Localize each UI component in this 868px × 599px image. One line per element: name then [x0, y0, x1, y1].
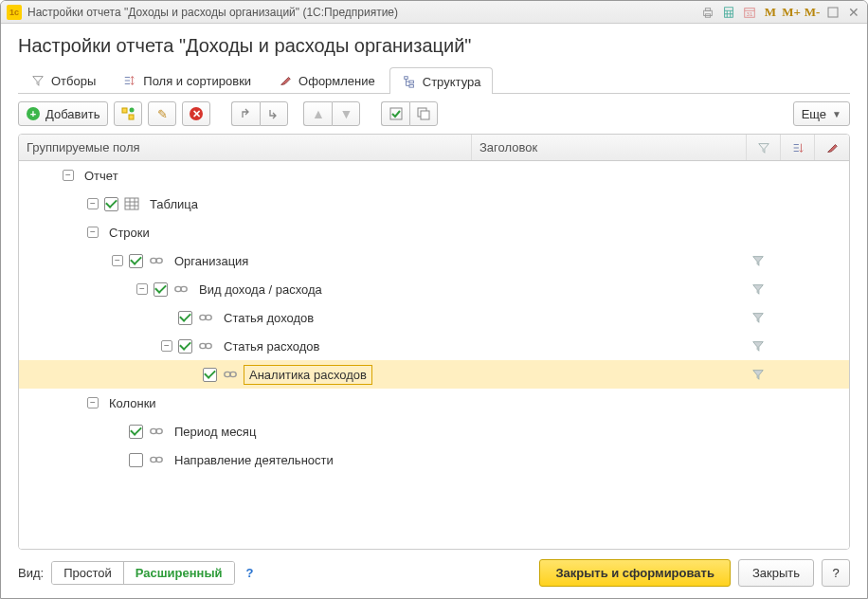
move-up-button[interactable]: ▲: [303, 101, 332, 126]
tree-row-table[interactable]: −Таблица: [19, 190, 849, 218]
brush-icon: [825, 141, 839, 154]
tab-structure[interactable]: Структура: [389, 67, 494, 94]
row-filter-cell[interactable]: [741, 339, 775, 353]
table-header: Группируемые поля Заголовок: [19, 135, 849, 161]
print-icon[interactable]: [700, 5, 715, 20]
calculator-icon[interactable]: [721, 5, 736, 20]
row-filter-cell[interactable]: [741, 254, 775, 267]
add-button[interactable]: + Добавить: [18, 101, 108, 126]
tree-row-period[interactable]: Период месяц: [19, 417, 849, 445]
level-down-button[interactable]: [260, 101, 288, 126]
row-label: Аналитика расходов: [244, 365, 372, 385]
close-button[interactable]: ✕: [846, 5, 861, 20]
titlebar-right: 31 M M+ M- ✕: [700, 5, 861, 20]
memory-mminus-button[interactable]: M-: [805, 5, 820, 20]
delete-button[interactable]: ✕: [182, 101, 210, 126]
table-icon: [124, 196, 139, 211]
tree-row-report[interactable]: −Отчет: [19, 161, 849, 190]
svg-rect-27: [125, 198, 138, 209]
checkbox[interactable]: [178, 311, 192, 325]
edit-button[interactable]: ✎: [148, 101, 176, 126]
brush-icon: [278, 73, 293, 88]
tree-row-rows[interactable]: −Строки: [19, 218, 849, 246]
arrow-down-icon: ▼: [340, 106, 353, 121]
funnel-icon: [30, 73, 45, 88]
level-up-icon: [239, 106, 254, 121]
delete-icon: ✕: [190, 107, 203, 120]
tab-label: Отборы: [51, 74, 96, 88]
memory-mplus-button[interactable]: M+: [784, 5, 799, 20]
row-fields: Период месяц: [19, 423, 466, 441]
tab-filters[interactable]: Отборы: [18, 66, 108, 93]
expander[interactable]: −: [136, 283, 148, 295]
svg-rect-21: [390, 108, 402, 119]
memory-m-button[interactable]: M: [763, 5, 778, 20]
view-mode-toggle: Простой Расширенный: [51, 561, 234, 585]
svg-rect-11: [828, 8, 838, 17]
footer: Вид: Простой Расширенный ? Закрыть и сфо…: [1, 550, 867, 598]
tree-row-analytics[interactable]: Аналитика расходов: [19, 360, 849, 389]
toolbar: + Добавить ✎ ✕ ▲ ▼: [1, 94, 867, 134]
link-icon: [149, 427, 164, 436]
table-body: −Отчет−Таблица−Строки−Организация−Вид до…: [19, 161, 849, 549]
row-label: Отчет: [80, 167, 123, 185]
row-label: Вид дохода / расхода: [194, 281, 327, 299]
tree-row-income[interactable]: Статья доходов: [19, 303, 849, 332]
view-simple-button[interactable]: Простой: [52, 562, 124, 584]
tab-fields[interactable]: Поля и сортировки: [110, 66, 263, 93]
move-down-button[interactable]: ▼: [332, 101, 360, 126]
col-fields[interactable]: Группируемые поля: [19, 135, 472, 160]
row-fields: −Статья расходов: [19, 337, 466, 355]
dropdown-caret-icon: ▼: [832, 109, 841, 119]
tree-row-activity[interactable]: Направление деятельности: [19, 445, 849, 474]
expander[interactable]: −: [63, 170, 74, 181]
svg-rect-1: [705, 8, 710, 10]
col-sort[interactable]: [781, 135, 815, 160]
more-button[interactable]: Еще ▼: [793, 101, 850, 126]
uncheck-all-icon: [416, 106, 431, 121]
funnel-icon: [751, 282, 765, 296]
checkbox[interactable]: [129, 453, 143, 467]
tree-row-org[interactable]: −Организация: [19, 246, 849, 275]
funnel-icon: [751, 339, 765, 353]
group-button[interactable]: [114, 101, 142, 126]
check-all-button[interactable]: [381, 101, 409, 126]
checkbox[interactable]: [178, 339, 192, 354]
row-filter-cell[interactable]: [741, 311, 775, 324]
level-down-icon: [266, 106, 281, 121]
col-title[interactable]: Заголовок: [472, 135, 747, 160]
help-link[interactable]: ?: [243, 566, 258, 580]
close-and-form-button[interactable]: Закрыть и сформировать: [539, 559, 731, 587]
view-label: Вид:: [18, 566, 44, 580]
row-label: Таблица: [145, 195, 203, 213]
tree-row-kind[interactable]: −Вид дохода / расхода: [19, 275, 849, 303]
expander[interactable]: −: [161, 340, 172, 352]
col-appearance[interactable]: [815, 135, 849, 160]
expander[interactable]: −: [87, 198, 99, 209]
checkbox[interactable]: [203, 368, 217, 382]
expander[interactable]: −: [87, 397, 99, 408]
row-filter-cell[interactable]: [741, 368, 775, 381]
level-up-button[interactable]: [231, 101, 260, 126]
tree-row-expense[interactable]: −Статья расходов: [19, 332, 849, 360]
uncheck-all-button[interactable]: [409, 101, 438, 126]
view-advanced-button[interactable]: Расширенный: [124, 562, 234, 584]
checkbox[interactable]: [129, 425, 143, 439]
tree-row-cols[interactable]: −Колонки: [19, 389, 849, 417]
checkbox[interactable]: [154, 282, 168, 297]
row-filter-cell[interactable]: [741, 282, 775, 296]
minimize-button[interactable]: [825, 5, 841, 20]
svg-rect-18: [122, 108, 127, 113]
expander[interactable]: −: [87, 227, 99, 238]
tab-appearance[interactable]: Оформление: [265, 66, 388, 93]
checkbox[interactable]: [104, 197, 118, 211]
help-footer-button[interactable]: ?: [822, 559, 850, 587]
check-all-icon: [389, 106, 404, 121]
calendar-icon[interactable]: 31: [742, 5, 757, 20]
svg-rect-16: [409, 81, 413, 83]
expander[interactable]: −: [112, 255, 123, 266]
checkbox[interactable]: [129, 254, 143, 268]
row-label: Колонки: [104, 394, 161, 412]
col-filter[interactable]: [747, 135, 781, 160]
close-footer-button[interactable]: Закрыть: [738, 559, 814, 587]
